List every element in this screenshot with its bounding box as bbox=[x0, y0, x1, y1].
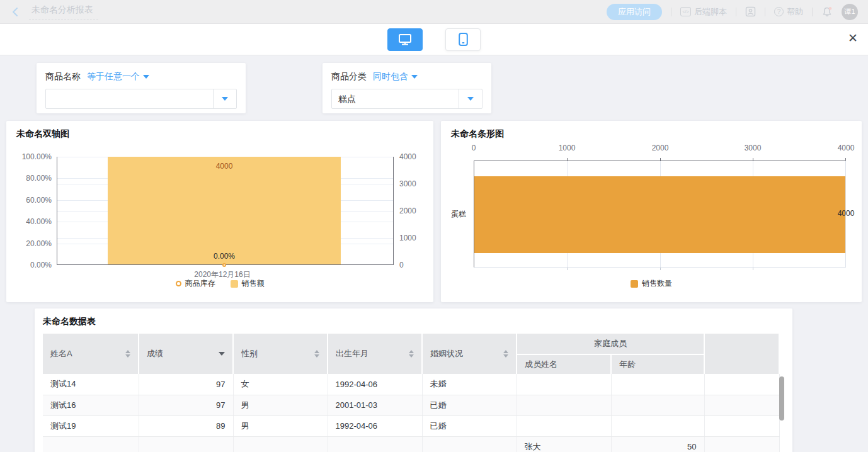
preview-toolbar: ✕ bbox=[0, 24, 868, 55]
help-button[interactable]: ? 帮助 bbox=[774, 6, 803, 18]
filter-label: 商品名称 bbox=[45, 71, 81, 82]
y-axis-tick-right: 2000 bbox=[399, 206, 431, 215]
table-cell: 测试16 bbox=[43, 395, 139, 415]
dual-axis-plot-area: 4000 0.00% bbox=[57, 157, 394, 265]
mobile-view-button[interactable] bbox=[445, 28, 481, 51]
x-axis-tick: 1000 bbox=[559, 144, 576, 152]
close-button[interactable]: ✕ bbox=[848, 32, 858, 44]
table-cell bbox=[517, 395, 611, 415]
topbar: 未命名分析报表 应用访问 </> 后端脚本 ? 帮助 bbox=[0, 0, 868, 24]
bar-series-swatch-icon bbox=[231, 280, 238, 288]
chart-title: 未命名双轴图 bbox=[16, 128, 69, 140]
sort-icon[interactable] bbox=[314, 350, 319, 358]
y-axis-tick-right: 3000 bbox=[399, 179, 431, 188]
sort-icon[interactable] bbox=[409, 350, 414, 358]
chevron-down-icon bbox=[222, 97, 228, 101]
axis-tick-mark bbox=[845, 158, 846, 161]
chevron-down-icon bbox=[411, 75, 418, 79]
table-title: 未命名数据表 bbox=[43, 316, 96, 327]
filter-operator-label: 同时包含 bbox=[373, 71, 408, 82]
table-cell: 测试19 bbox=[43, 415, 139, 436]
table-cell bbox=[517, 415, 611, 436]
bar-series-swatch-icon bbox=[631, 280, 638, 288]
table-row: 张大50 bbox=[43, 436, 779, 452]
avatar[interactable]: 谭1 bbox=[842, 4, 858, 20]
table-cell: 已婚 bbox=[422, 415, 517, 436]
sort-icon[interactable] bbox=[125, 350, 130, 358]
line-point-label: 0.00% bbox=[214, 252, 235, 261]
table-cell: 男 bbox=[233, 395, 328, 415]
axis-tick-mark bbox=[753, 158, 753, 161]
contacts-icon bbox=[745, 6, 756, 17]
sales-quantity-bar[interactable] bbox=[474, 176, 845, 253]
table-cell: 89 bbox=[139, 415, 233, 436]
desktop-view-button[interactable] bbox=[387, 28, 423, 51]
contacts-button[interactable] bbox=[745, 6, 756, 17]
axis-tick-mark bbox=[567, 158, 568, 161]
column-header-age[interactable]: 年龄 bbox=[611, 354, 704, 374]
filter-label: 商品分类 bbox=[331, 71, 367, 82]
table-cell: 1992-04-06 bbox=[328, 374, 422, 395]
table-cell bbox=[139, 436, 233, 452]
column-header-gender[interactable]: 性别 bbox=[233, 334, 328, 374]
sort-desc-icon[interactable] bbox=[219, 352, 225, 356]
table-cell: 未婚 bbox=[422, 374, 517, 395]
back-button[interactable] bbox=[10, 6, 21, 18]
backend-script-label: 后端脚本 bbox=[694, 6, 727, 18]
chevron-down-icon bbox=[143, 75, 149, 79]
filter-value-select[interactable] bbox=[45, 89, 237, 109]
x-axis-tick: 0 bbox=[472, 144, 476, 152]
table-cell bbox=[43, 436, 139, 452]
column-header-member-name[interactable]: 成员姓名 bbox=[517, 354, 611, 374]
column-header-marital[interactable]: 婚姻状况 bbox=[422, 334, 517, 374]
chart-title: 未命名条形图 bbox=[451, 128, 504, 140]
table-row: 测试1497女1992-04-06未婚 bbox=[43, 374, 779, 395]
y-axis-tick: 40.00% bbox=[6, 217, 52, 226]
sort-icon[interactable] bbox=[503, 350, 508, 358]
code-icon: </> bbox=[680, 7, 691, 16]
app-screen: 未命名分析报表 应用访问 </> 后端脚本 ? 帮助 bbox=[0, 0, 868, 452]
monitor-icon bbox=[398, 33, 412, 46]
column-header-name[interactable]: 姓名A bbox=[43, 334, 139, 374]
table-cell: 97 bbox=[139, 395, 233, 415]
app-access-button[interactable]: 应用访问 bbox=[607, 4, 662, 20]
bar-chart-plot-area bbox=[474, 161, 846, 268]
device-toggle bbox=[387, 28, 481, 51]
y-axis-tick-right: 0 bbox=[399, 261, 431, 269]
help-label: 帮助 bbox=[787, 6, 803, 18]
data-table: 姓名A 成绩 性别 出生年月 bbox=[43, 334, 780, 452]
divider bbox=[736, 8, 736, 16]
table-cell bbox=[704, 436, 779, 452]
legend-label: 商品库存 bbox=[185, 278, 215, 289]
filter-value: 糕点 bbox=[332, 89, 459, 108]
y-axis-tick: 60.00% bbox=[6, 196, 52, 205]
bar-value-label: 4000 bbox=[216, 162, 233, 171]
data-table-card: 未命名数据表 姓名A 成绩 bbox=[35, 308, 792, 452]
bell-icon bbox=[821, 6, 833, 18]
backend-script-button[interactable]: </> 后端脚本 bbox=[680, 6, 727, 18]
filter-operator-dropdown[interactable]: 等于任意一个 bbox=[87, 71, 149, 82]
filter-value bbox=[46, 89, 213, 108]
table-cell bbox=[704, 374, 779, 395]
table-cell bbox=[704, 415, 779, 436]
select-caret-segment[interactable] bbox=[213, 89, 236, 108]
bar-chart-card: 未命名条形图 0 1000 2000 3000 4000 蛋糕 4000 bbox=[441, 121, 862, 302]
column-header-birthdate[interactable]: 出生年月 bbox=[328, 334, 422, 374]
table-cell bbox=[704, 395, 779, 415]
legend-item-inventory[interactable]: 商品库存 bbox=[176, 278, 215, 289]
y-axis-tick: 0.00% bbox=[6, 261, 52, 269]
filter-value-select[interactable]: 糕点 bbox=[331, 89, 483, 109]
report-title[interactable]: 未命名分析报表 bbox=[29, 3, 98, 20]
table-scrollbar[interactable] bbox=[779, 376, 784, 421]
legend-item-sales[interactable]: 销售额 bbox=[231, 278, 265, 289]
divider bbox=[812, 8, 813, 16]
filter-operator-dropdown[interactable]: 同时包含 bbox=[373, 71, 418, 82]
select-caret-segment[interactable] bbox=[459, 89, 482, 108]
line-point-marker[interactable] bbox=[222, 263, 226, 267]
sales-amount-bar[interactable]: 4000 bbox=[108, 157, 341, 264]
notification-button[interactable] bbox=[821, 6, 833, 18]
question-icon: ? bbox=[774, 7, 784, 16]
legend-item-quantity[interactable]: 销售数量 bbox=[631, 278, 672, 289]
column-header-score[interactable]: 成绩 bbox=[139, 334, 233, 374]
chart-legend: 销售数量 bbox=[441, 278, 862, 289]
